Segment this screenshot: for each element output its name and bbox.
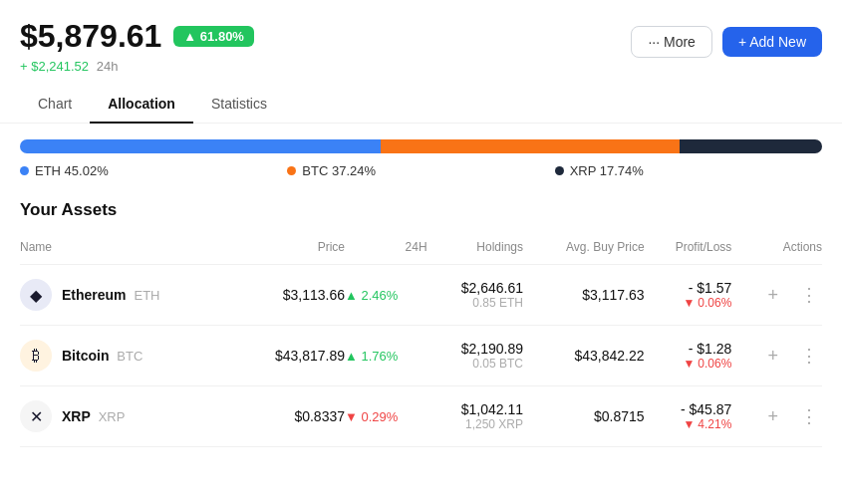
pl-pct: ▼ 0.06% bbox=[645, 296, 732, 310]
add-action-button[interactable]: + bbox=[763, 405, 782, 427]
more-action-button[interactable]: ⋮ bbox=[796, 345, 822, 367]
col-price: Price bbox=[237, 234, 346, 265]
asset-avg-buy: $0.8715 bbox=[523, 386, 645, 447]
holdings-usd: $2,190.89 bbox=[427, 341, 523, 357]
allocation-legend: ETH 45.02% BTC 37.24% XRP 17.74% bbox=[20, 163, 822, 178]
tab-chart[interactable]: Chart bbox=[20, 86, 90, 124]
asset-change: ▲ 2.46% bbox=[345, 265, 427, 326]
asset-change: ▼ 0.29% bbox=[345, 386, 427, 447]
change-row: + $2,241.52 24h bbox=[20, 59, 254, 74]
assets-section: Your Assets Name Price 24H Holdings Avg.… bbox=[0, 186, 842, 447]
asset-name: Ethereum bbox=[62, 287, 127, 303]
holdings-amount: 1,250 XRP bbox=[427, 417, 523, 431]
allocation-bar bbox=[20, 139, 822, 153]
asset-ticker: BTC bbox=[117, 349, 142, 364]
bar-xrp bbox=[680, 139, 822, 153]
pl-usd: - $1.57 bbox=[645, 280, 732, 296]
table-row: ₿ Bitcoin BTC $43,817.89 ▲ 1.76% $2,190.… bbox=[20, 326, 822, 386]
legend-xrp-label: XRP 17.74% bbox=[570, 163, 644, 178]
price-row: $5,879.61 ▲ 61.80% bbox=[20, 18, 254, 55]
asset-holdings: $2,646.61 0.85 ETH bbox=[427, 265, 523, 326]
asset-avg-buy: $3,117.63 bbox=[523, 265, 645, 326]
col-actions: Actions bbox=[731, 234, 822, 265]
change-value: ▲ 2.46% bbox=[345, 288, 427, 303]
asset-holdings: $2,190.89 0.05 BTC bbox=[427, 326, 523, 386]
asset-price: $43,817.89 bbox=[237, 326, 346, 386]
asset-name: Bitcoin bbox=[62, 348, 109, 364]
pl-usd: - $45.87 bbox=[645, 401, 732, 417]
table-row: ◆ Ethereum ETH $3,113.66 ▲ 2.46% $2,646.… bbox=[20, 265, 822, 326]
asset-pl: - $1.28 ▼ 0.06% bbox=[645, 326, 732, 386]
change-amount: + $2,241.52 bbox=[20, 59, 89, 74]
asset-ticker: XRP bbox=[99, 409, 126, 424]
bar-btc bbox=[381, 139, 680, 153]
more-action-button[interactable]: ⋮ bbox=[796, 284, 822, 306]
asset-name-cell: ✕ XRP XRP bbox=[20, 386, 237, 447]
asset-holdings: $1,042.11 1,250 XRP bbox=[427, 386, 523, 447]
holdings-amount: 0.85 ETH bbox=[427, 296, 523, 310]
add-new-button[interactable]: + Add New bbox=[722, 27, 822, 57]
header: $5,879.61 ▲ 61.80% + $2,241.52 24h ··· M… bbox=[0, 0, 842, 82]
header-left: $5,879.61 ▲ 61.80% + $2,241.52 24h bbox=[20, 18, 254, 74]
asset-icon-xrp: ✕ bbox=[20, 400, 52, 432]
add-action-button[interactable]: + bbox=[763, 345, 782, 367]
col-24h: 24H bbox=[345, 234, 427, 265]
change-period: 24h bbox=[97, 59, 119, 74]
col-avg-buy: Avg. Buy Price bbox=[523, 234, 645, 265]
asset-name-cell: ₿ Bitcoin BTC bbox=[20, 326, 237, 386]
table-row: ✕ XRP XRP $0.8337 ▼ 0.29% $1,042.11 1,25… bbox=[20, 386, 822, 447]
asset-avg-buy: $43,842.22 bbox=[523, 326, 645, 386]
col-name: Name bbox=[20, 234, 237, 265]
tab-allocation[interactable]: Allocation bbox=[90, 86, 193, 124]
dot-btc bbox=[287, 166, 296, 175]
bar-eth bbox=[20, 139, 381, 153]
assets-title: Your Assets bbox=[20, 200, 822, 220]
holdings-usd: $1,042.11 bbox=[427, 401, 523, 417]
asset-actions: + ⋮ bbox=[731, 326, 822, 386]
asset-price: $3,113.66 bbox=[237, 265, 346, 326]
legend-btc-label: BTC 37.24% bbox=[302, 163, 376, 178]
asset-price: $0.8337 bbox=[237, 386, 346, 447]
asset-actions: + ⋮ bbox=[731, 265, 822, 326]
col-pl: Profit/Loss bbox=[645, 234, 732, 265]
asset-pl: - $1.57 ▼ 0.06% bbox=[645, 265, 732, 326]
asset-change: ▲ 1.76% bbox=[345, 326, 427, 386]
more-action-button[interactable]: ⋮ bbox=[796, 405, 822, 427]
add-action-button[interactable]: + bbox=[763, 284, 782, 306]
asset-icon-btc: ₿ bbox=[20, 340, 52, 372]
main-price: $5,879.61 bbox=[20, 18, 161, 55]
pl-usd: - $1.28 bbox=[645, 341, 732, 357]
allocation-section: ETH 45.02% BTC 37.24% XRP 17.74% bbox=[0, 124, 842, 186]
col-holdings: Holdings bbox=[427, 234, 523, 265]
legend-btc: BTC 37.24% bbox=[287, 163, 554, 178]
asset-name: XRP bbox=[62, 408, 91, 424]
header-right: ··· More + Add New bbox=[631, 26, 822, 58]
more-button[interactable]: ··· More bbox=[631, 26, 711, 58]
legend-xrp: XRP 17.74% bbox=[555, 163, 822, 178]
asset-pl: - $45.87 ▼ 4.21% bbox=[645, 386, 732, 447]
dot-eth bbox=[20, 166, 29, 175]
holdings-usd: $2,646.61 bbox=[427, 280, 523, 296]
change-value: ▼ 0.29% bbox=[345, 409, 427, 424]
asset-actions: + ⋮ bbox=[731, 386, 822, 447]
asset-name-cell: ◆ Ethereum ETH bbox=[20, 265, 237, 326]
pl-pct: ▼ 4.21% bbox=[645, 417, 732, 431]
pl-pct: ▼ 0.06% bbox=[645, 357, 732, 371]
tab-statistics[interactable]: Statistics bbox=[193, 86, 285, 124]
assets-table: Name Price 24H Holdings Avg. Buy Price P… bbox=[20, 234, 822, 447]
holdings-amount: 0.05 BTC bbox=[427, 357, 523, 371]
price-badge: ▲ 61.80% bbox=[173, 26, 254, 47]
legend-eth: ETH 45.02% bbox=[20, 163, 287, 178]
tabs: Chart Allocation Statistics bbox=[0, 86, 842, 124]
asset-ticker: ETH bbox=[134, 288, 159, 303]
change-value: ▲ 1.76% bbox=[345, 349, 427, 364]
legend-eth-label: ETH 45.02% bbox=[35, 163, 109, 178]
asset-icon-eth: ◆ bbox=[20, 279, 52, 311]
dot-xrp bbox=[555, 166, 564, 175]
